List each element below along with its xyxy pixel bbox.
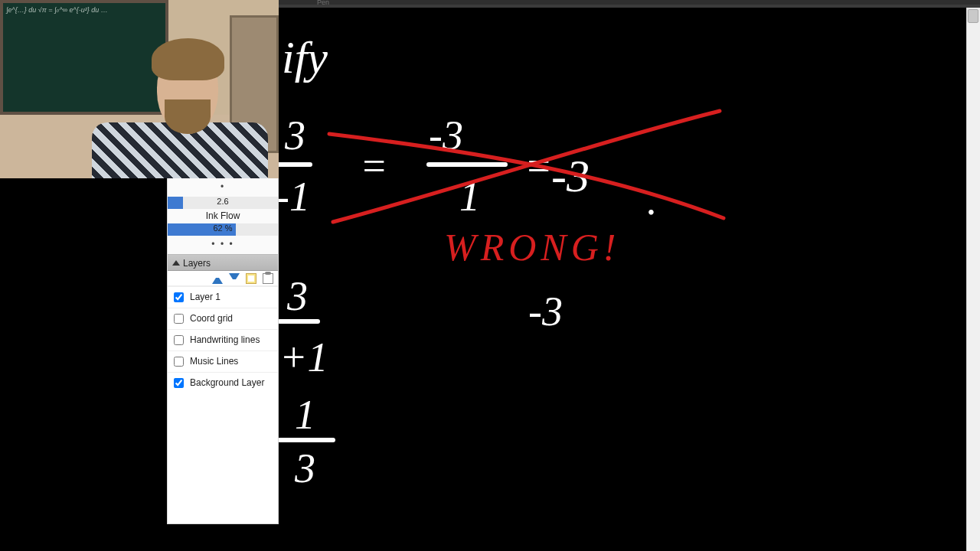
layer-visibility-checkbox[interactable] xyxy=(174,314,184,324)
layer-move-up-icon[interactable] xyxy=(212,273,223,284)
layer-visibility-checkbox[interactable] xyxy=(174,335,184,345)
panel-grip-top[interactable]: • xyxy=(168,178,278,197)
left-gutter xyxy=(0,178,167,551)
layers-section-header[interactable]: Layers xyxy=(168,254,278,271)
webcam-thumbnail: ∫e^{…} du √π = ∫₀^∞ e^{-u²} du … xyxy=(0,0,279,178)
layer-item[interactable]: Music Lines xyxy=(168,350,278,372)
panel-empty-space xyxy=(168,393,278,523)
ink-flow-slider[interactable]: 62 % xyxy=(168,223,278,236)
vertical-scrollbar[interactable] xyxy=(966,8,980,551)
layer-clipboard-icon[interactable] xyxy=(263,273,273,284)
active-tool-tab[interactable]: Pen xyxy=(317,0,329,6)
layer-item[interactable]: Layer 1 xyxy=(168,286,278,308)
layer-label: Handwriting lines xyxy=(190,334,260,345)
layer-list: Layer 1 Coord grid Handwriting lines Mus… xyxy=(168,286,278,393)
layer-label: Music Lines xyxy=(190,356,238,367)
layer-label: Background Layer xyxy=(190,377,264,388)
tool-tab-strip: Pen xyxy=(279,0,980,5)
size-slider[interactable]: 2.6 xyxy=(168,197,278,209)
layer-move-down-icon[interactable] xyxy=(229,273,240,284)
side-panel: • 2.6 Ink Flow 62 % • • • Layers Layer 1 xyxy=(167,178,279,524)
layer-new-icon[interactable] xyxy=(246,273,256,284)
layer-visibility-checkbox[interactable] xyxy=(174,357,184,367)
ink-flow-slider-value: 62 % xyxy=(168,223,278,233)
collapse-triangle-icon xyxy=(172,260,180,266)
layer-item[interactable]: Handwriting lines xyxy=(168,329,278,350)
panel-more[interactable]: • • • xyxy=(168,236,278,254)
chalkboard-text: ∫e^{…} du √π = ∫₀^∞ e^{-u²} du … xyxy=(6,6,159,15)
layer-label: Layer 1 xyxy=(190,292,220,302)
layers-title: Layers xyxy=(183,258,211,269)
scroll-thumb[interactable] xyxy=(968,9,978,23)
layer-item[interactable]: Background Layer xyxy=(168,372,278,393)
layer-label: Coord grid xyxy=(190,313,233,324)
layer-item[interactable]: Coord grid xyxy=(168,308,278,329)
layers-toolbar xyxy=(168,271,278,286)
layer-visibility-checkbox[interactable] xyxy=(174,378,184,388)
ink-flow-label: Ink Flow xyxy=(168,209,278,223)
size-slider-value: 2.6 xyxy=(168,197,278,206)
layer-visibility-checkbox[interactable] xyxy=(174,292,184,302)
